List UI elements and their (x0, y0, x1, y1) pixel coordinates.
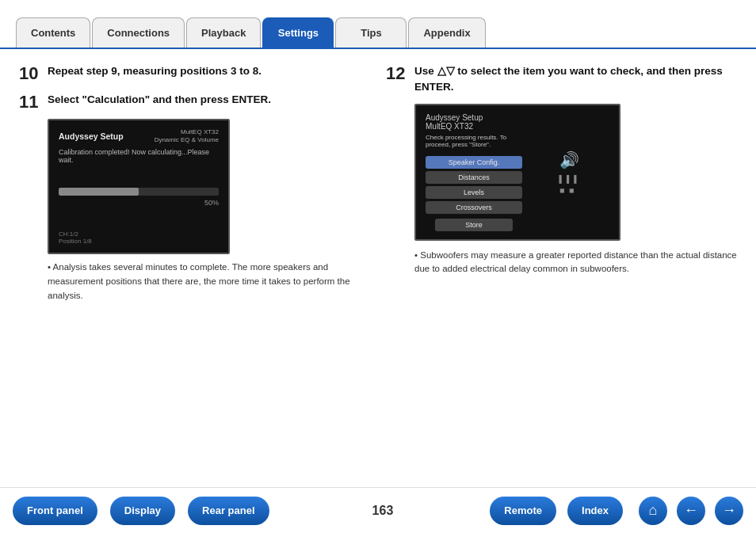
tab-appendix[interactable]: Appendix (408, 17, 485, 48)
screen12-title: Audyssey Setup (426, 113, 483, 122)
bottom-left-buttons: Front panel Display Rear panel (13, 497, 276, 525)
step12-text: Use △▽ to select the item you want to ch… (414, 63, 737, 96)
step12-number: 12 (386, 65, 414, 82)
screen12-brand1: MultEQ XT32 (426, 122, 522, 131)
right-column: 12 Use △▽ to select the item you want to… (386, 63, 737, 479)
bullet11-text: Analysis takes several minutes to comple… (48, 261, 370, 303)
nav-tabs: Contents Connections Playback Settings T… (0, 0, 756, 49)
tab-tips[interactable]: Tips (335, 17, 407, 48)
screen12-subtitle: Check processing results. To proceed, pr… (426, 134, 522, 148)
left-column: 10 Repeat step 9, measuring positions 3 … (19, 63, 370, 479)
back-icon: ← (684, 502, 698, 519)
screen11-footer: CH:1/2 Position 1/8 (59, 230, 219, 245)
screen12-visual: 🔊 ▌▌▌ ◼◼ (529, 113, 609, 231)
bottom-right-buttons: Remote Index ⌂ ← → (490, 497, 743, 525)
screen11-title: Audyssey Setup (59, 131, 124, 141)
screen11-brand2: Dynamic EQ & Volume (155, 136, 219, 144)
menu-btn-speaker-config[interactable]: Speaker Config. (426, 156, 522, 169)
bullet12-text: Subwoofers may measure a greater reporte… (414, 249, 737, 277)
menu-btn-store[interactable]: Store (435, 219, 513, 231)
remote-button[interactable]: Remote (490, 497, 556, 525)
front-panel-button[interactable]: Front panel (13, 497, 97, 525)
tab-contents[interactable]: Contents (16, 17, 90, 48)
step10-number: 10 (19, 65, 48, 82)
tab-connections[interactable]: Connections (92, 17, 185, 48)
step11-screen: Audyssey Setup MultEQ XT32 Dynamic EQ & … (48, 119, 230, 254)
index-button[interactable]: Index (567, 497, 623, 525)
rear-panel-button[interactable]: Rear panel (188, 497, 269, 525)
step10-row: 10 Repeat step 9, measuring positions 3 … (19, 63, 370, 82)
tab-settings[interactable]: Settings (262, 17, 334, 48)
step12-row: 12 Use △▽ to select the item you want to… (386, 63, 737, 96)
home-button[interactable]: ⌂ (639, 497, 667, 525)
home-icon: ⌂ (649, 502, 658, 519)
display-button[interactable]: Display (110, 497, 175, 525)
progress-fill (59, 188, 139, 196)
step11-row: 11 Select "Calculation" and then press E… (19, 92, 370, 111)
back-button[interactable]: ← (677, 497, 705, 525)
step11-number: 11 (19, 93, 48, 111)
progress-bar (59, 188, 219, 196)
main-content: 10 Repeat step 9, measuring positions 3 … (0, 49, 756, 487)
screen12-left-panel: Audyssey Setup MultEQ XT32 Check process… (426, 113, 522, 231)
step12-screen: Audyssey Setup MultEQ XT32 Check process… (414, 104, 620, 241)
forward-icon: → (722, 502, 736, 519)
menu-btn-levels[interactable]: Levels (426, 186, 522, 199)
menu-btn-crossovers[interactable]: Crossovers (426, 201, 522, 214)
tab-playback[interactable]: Playback (186, 17, 261, 48)
progress-label: 50% (59, 199, 219, 207)
step11-text: Select "Calculation" and then press ENTE… (48, 92, 271, 108)
screen11-brand1: MultEQ XT32 (155, 128, 219, 136)
bottom-bar: Front panel Display Rear panel 163 Remot… (0, 487, 756, 533)
menu-btn-distances[interactable]: Distances (426, 171, 522, 184)
page-number: 163 (276, 504, 491, 518)
forward-button[interactable]: → (715, 497, 743, 525)
screen11-subtitle: Calibration completed! Now calculating..… (59, 148, 219, 164)
step10-text: Repeat step 9, measuring positions 3 to … (48, 63, 262, 79)
